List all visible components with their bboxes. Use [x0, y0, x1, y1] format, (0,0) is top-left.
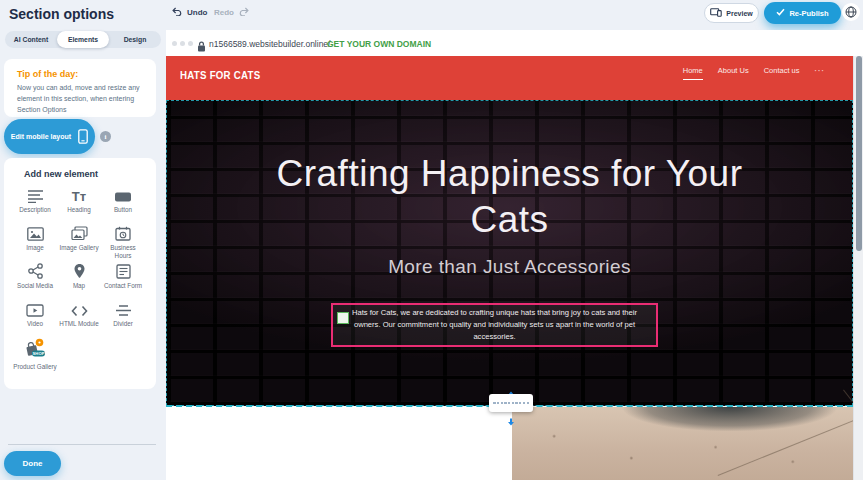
contact-form-icon — [116, 262, 131, 279]
sidebar-tab-bar: AI Content Elements Design — [5, 31, 161, 48]
add-element-business-hours[interactable]: Business Hours — [101, 224, 145, 262]
hero-section[interactable]: Crafting Happiness for Your Cats More th… — [166, 100, 853, 406]
button-icon — [114, 186, 132, 203]
social-media-icon — [28, 262, 43, 279]
add-element-divider[interactable]: Divider — [101, 300, 145, 338]
element-grid: Description Tт Heading Button Image Imag… — [13, 186, 147, 376]
tab-design[interactable]: Design — [109, 31, 161, 48]
video-icon — [26, 300, 44, 317]
nav-more-button[interactable]: ··· — [815, 66, 826, 80]
add-element-map[interactable]: Map — [57, 262, 101, 300]
undo-icon — [172, 7, 183, 18]
tab-elements[interactable]: Elements — [57, 31, 109, 48]
add-element-description[interactable]: Description — [13, 186, 57, 224]
republish-button[interactable]: Re-Publish — [764, 2, 841, 24]
business-hours-icon — [115, 224, 131, 241]
page-title: Section options — [9, 6, 114, 22]
site-nav: Home About Us Contact us ··· — [683, 66, 825, 80]
undo-button[interactable]: Undo — [172, 7, 207, 18]
pavement-joint-line — [718, 415, 863, 476]
hero-subheading[interactable]: More than Just Accessories — [260, 256, 760, 278]
add-element-contact-form[interactable]: Contact Form — [101, 262, 145, 300]
add-element-heading[interactable]: Tт Heading — [57, 186, 101, 224]
divider-icon — [115, 300, 132, 317]
get-own-domain-link[interactable]: GET YOUR OWN DOMAIN — [327, 39, 431, 49]
info-icon[interactable]: i — [100, 131, 111, 142]
image-icon — [27, 224, 44, 241]
add-element-image[interactable]: Image — [13, 224, 57, 262]
hero-body-text: Hats for Cats, we are dedicated to craft… — [340, 307, 649, 343]
resize-arrow-down-icon — [506, 412, 516, 430]
browser-address-bar: n1566589.websitebuilder.online/ GET YOUR… — [166, 30, 863, 56]
site-logo[interactable]: HATS FOR CATS — [180, 69, 261, 81]
nav-home[interactable]: Home — [683, 66, 703, 80]
selected-text-element[interactable]: Hats for Cats, we are dedicated to craft… — [331, 303, 658, 347]
tip-of-the-day-card: Tip of the day: Now you can add, move an… — [4, 59, 156, 117]
globe-icon — [845, 6, 857, 18]
add-element-social-media[interactable]: Social Media — [13, 262, 57, 300]
scrollbar[interactable] — [853, 56, 863, 480]
add-element-panel: Add new element Description Tт Heading B… — [4, 158, 156, 389]
devices-icon — [710, 8, 722, 18]
hero-heading[interactable]: Crafting Happiness for Your Cats — [260, 151, 760, 244]
lock-icon — [197, 38, 206, 56]
redo-button[interactable]: Redo — [214, 7, 249, 18]
element-drag-handle[interactable] — [337, 312, 349, 324]
product-gallery-icon: SHOP — [23, 338, 47, 360]
browser-dots — [172, 41, 193, 46]
section-resize-handle[interactable] — [489, 394, 533, 412]
sidebar-divider — [8, 444, 156, 445]
code-icon — [71, 300, 88, 317]
next-section-photo — [512, 407, 863, 480]
language-globe-button[interactable] — [842, 3, 860, 21]
nav-contact-us[interactable]: Contact us — [764, 66, 800, 80]
site-url[interactable]: n1566589.websitebuilder.online/ — [209, 39, 330, 49]
add-element-video[interactable]: Video — [13, 300, 57, 338]
scrollbar-thumb[interactable] — [856, 56, 862, 251]
add-element-image-gallery[interactable]: Image Gallery — [57, 224, 101, 262]
add-element-title: Add new element — [24, 169, 98, 179]
done-button[interactable]: Done — [4, 451, 61, 476]
add-element-button[interactable]: Button — [101, 186, 145, 224]
website-builder-editor: Section options Undo Redo Preview Re-Pub… — [0, 0, 863, 480]
map-pin-icon — [73, 262, 86, 279]
image-gallery-icon — [71, 224, 88, 241]
site-header: HATS FOR CATS Home About Us Contact us ·… — [166, 56, 853, 100]
tip-body: Now you can add, move and resize any ele… — [17, 83, 143, 116]
svg-text:SHOP: SHOP — [33, 351, 45, 356]
add-element-product-gallery[interactable]: SHOP Product Gallery — [13, 338, 57, 376]
add-element-html-module[interactable]: HTML Module — [57, 300, 101, 338]
tab-ai-content[interactable]: AI Content — [5, 31, 57, 48]
phone-icon — [78, 129, 88, 145]
heading-icon: Tт — [72, 186, 86, 203]
check-icon — [776, 8, 785, 18]
preview-button[interactable]: Preview — [704, 3, 759, 23]
tip-title: Tip of the day: — [17, 69, 143, 79]
nav-about-us[interactable]: About Us — [718, 66, 749, 80]
edit-mobile-layout-button[interactable]: Edit mobile layout — [4, 119, 95, 154]
description-icon — [27, 186, 44, 203]
redo-icon — [238, 7, 249, 18]
